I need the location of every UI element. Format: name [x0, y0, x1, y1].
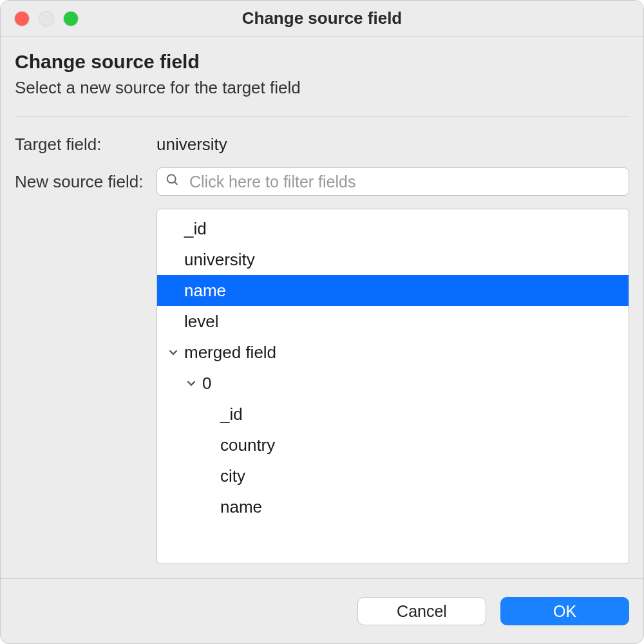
- cancel-button[interactable]: Cancel: [357, 597, 486, 625]
- page-title: Change source field: [15, 51, 629, 73]
- target-field-value: university: [156, 135, 629, 155]
- tree-item-label: _id: [220, 404, 243, 424]
- tree-leaf[interactable]: city: [157, 460, 629, 491]
- dialog-footer: Cancel OK: [1, 578, 643, 643]
- tree-node[interactable]: merged field: [157, 337, 629, 368]
- svg-point-0: [167, 175, 176, 183]
- svg-line-1: [175, 182, 178, 185]
- window-title: Change source field: [242, 8, 402, 28]
- tree-node[interactable]: 0: [157, 368, 629, 399]
- divider: [15, 116, 629, 117]
- new-source-label: New source field:: [15, 172, 156, 192]
- tree-leaf[interactable]: name: [157, 275, 629, 306]
- traffic-lights: [15, 12, 78, 26]
- tree-item-label: 0: [202, 374, 211, 393]
- tree-item-label: city: [220, 466, 245, 486]
- tree-leaf[interactable]: _id: [157, 213, 629, 244]
- chevron-down-icon[interactable]: [166, 345, 180, 359]
- filter-fields-input[interactable]: [156, 167, 629, 196]
- search-field-wrap: [156, 167, 629, 196]
- page-subtitle: Select a new source for the target field: [15, 78, 629, 98]
- chevron-down-icon[interactable]: [184, 376, 198, 390]
- maximize-icon[interactable]: [64, 12, 78, 26]
- tree-item-label: _id: [184, 219, 207, 239]
- tree-item-label: name: [220, 497, 262, 517]
- search-icon: [166, 173, 180, 191]
- tree-item-label: university: [184, 250, 255, 270]
- tree-leaf[interactable]: country: [157, 430, 629, 460]
- tree-leaf[interactable]: _id: [157, 399, 629, 430]
- tree-item-label: level: [184, 312, 218, 332]
- minimize-icon[interactable]: [39, 12, 53, 26]
- tree-leaf[interactable]: name: [157, 491, 629, 522]
- dialog-window: Change source field Change source field …: [0, 0, 644, 644]
- target-field-label: Target field:: [15, 135, 156, 155]
- tree-item-label: country: [220, 435, 275, 455]
- tree-item-label: name: [184, 281, 226, 301]
- source-field-tree-scroll: _iduniversitynamelevelmerged field0_idco…: [156, 209, 629, 564]
- source-field-tree[interactable]: _iduniversitynamelevelmerged field0_idco…: [157, 209, 629, 564]
- titlebar: Change source field: [1, 1, 643, 37]
- new-source-row: New source field:: [15, 167, 629, 196]
- tree-leaf[interactable]: level: [157, 306, 629, 337]
- tree-item-label: merged field: [184, 343, 276, 363]
- close-icon[interactable]: [15, 12, 29, 26]
- source-field-tree-container: _iduniversitynamelevelmerged field0_idco…: [156, 209, 629, 564]
- header: Change source field Select a new source …: [15, 51, 629, 109]
- target-field-row: Target field: university: [15, 135, 629, 155]
- ok-button[interactable]: OK: [500, 597, 629, 625]
- dialog-content: Change source field Select a new source …: [1, 37, 643, 564]
- tree-leaf[interactable]: university: [157, 244, 629, 275]
